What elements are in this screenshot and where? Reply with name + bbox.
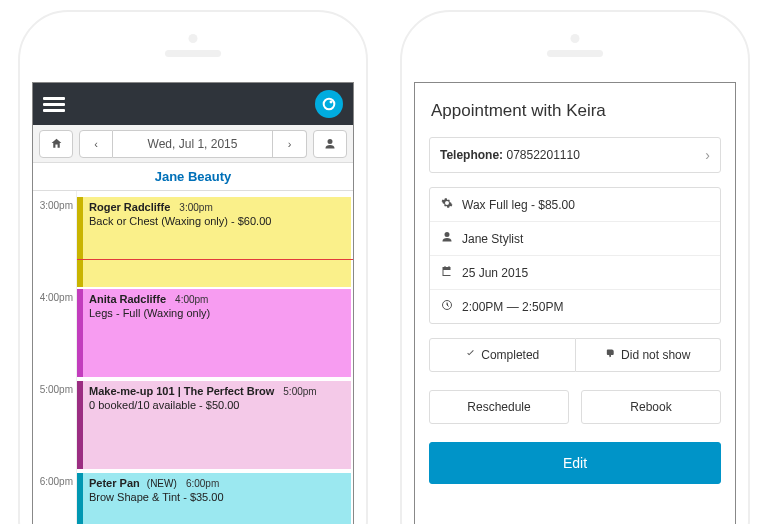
appt-time: 4:00pm [175,294,208,305]
app-topbar [33,83,353,125]
noshow-label: Did not show [621,348,690,362]
telephone-row[interactable]: Telephone: 07852201110 › [429,137,721,173]
calendar-toolbar: ‹ Wed, Jul 1, 2015 › [33,125,353,163]
time-value: 2:00PM — 2:50PM [462,300,563,314]
date-display[interactable]: Wed, Jul 1, 2015 [113,130,273,158]
gear-icon [440,197,454,212]
clock-icon [440,299,454,314]
home-icon [50,137,63,150]
appointment-slot[interactable]: Peter Pan (NEW) 6:00pm Brow Shape & Tint… [77,473,351,524]
phone-right: Appointment with Keira Telephone: 078522… [400,10,750,524]
appt-desc: Brow Shape & Tint - $35.00 [89,491,345,503]
service-value: Wax Full leg - $85.00 [462,198,575,212]
camera-dot [571,34,580,43]
appointment-track: Roger Radcliffe 3:00pm Back or Chest (Wa… [77,191,353,524]
status-button-row: Completed Did not show [429,338,721,372]
date-row: 25 Jun 2015 [430,256,720,290]
prev-day-button[interactable]: ‹ [79,130,113,158]
appointment-detail-screen: Appointment with Keira Telephone: 078522… [414,82,736,524]
time-row: 2:00PM — 2:50PM [430,290,720,323]
appt-time: 3:00pm [179,202,212,213]
next-day-button[interactable]: › [273,130,307,158]
logo-badge-icon[interactable] [315,90,343,118]
menu-icon[interactable] [43,94,65,115]
appt-name: Peter Pan [89,477,140,489]
appt-name: Make-me-up 101 | The Perfect Brow [89,385,274,397]
staff-picker-button[interactable] [313,130,347,158]
speaker-slot [547,50,603,57]
staff-column-header: Jane Beauty [33,163,353,191]
reschedule-button[interactable]: Reschedule [429,390,569,424]
appt-time: 5:00pm [283,386,316,397]
check-icon [465,348,476,362]
edit-button[interactable]: Edit [429,442,721,484]
page-title: Appointment with Keira [431,101,719,121]
user-icon [440,231,454,246]
appt-desc: 0 booked/10 available - $50.00 [89,399,345,411]
chevron-right-icon: › [288,138,292,150]
home-button[interactable] [39,130,73,158]
appointment-slot[interactable]: Make-me-up 101 | The Perfect Brow 5:00pm… [77,381,351,469]
time-label: 5:00pm [40,384,73,395]
date-value: 25 Jun 2015 [462,266,528,280]
appt-desc: Back or Chest (Waxing only) - $60.00 [89,215,345,227]
rebook-button[interactable]: Rebook [581,390,721,424]
appointment-info-list: Wax Full leg - $85.00 Jane Stylist 25 Ju… [429,187,721,324]
appt-desc: Legs - Full (Waxing only) [89,307,345,319]
appointment-slot[interactable]: Roger Radcliffe 3:00pm Back or Chest (Wa… [77,197,351,287]
current-time-line [77,259,353,260]
svg-point-1 [330,101,333,104]
camera-dot [189,34,198,43]
completed-label: Completed [481,348,539,362]
phone-left: ‹ Wed, Jul 1, 2015 › Jane Beauty 3:00pm … [18,10,368,524]
appt-time: 6:00pm [186,478,219,489]
action-button-row: Reschedule Rebook [429,390,721,424]
time-gutter: 3:00pm 4:00pm 5:00pm 6:00pm [33,191,77,524]
user-icon [324,138,336,150]
thumbs-down-icon [605,348,616,362]
time-label: 4:00pm [40,292,73,303]
chevron-right-icon: › [705,147,710,163]
stylist-row: Jane Stylist [430,222,720,256]
speaker-slot [165,50,221,57]
appt-tag: (NEW) [147,478,177,489]
telephone-label: Telephone: [440,148,503,162]
date-nav-group: ‹ Wed, Jul 1, 2015 › [79,130,307,158]
appt-name: Anita Radcliffe [89,293,166,305]
time-label: 6:00pm [40,476,73,487]
stylist-value: Jane Stylist [462,232,523,246]
completed-button[interactable]: Completed [429,338,576,372]
chevron-left-icon: ‹ [94,138,98,150]
appointment-slot[interactable]: Anita Radcliffe 4:00pm Legs - Full (Waxi… [77,289,351,377]
calendar-icon [440,265,454,280]
calendar-body[interactable]: 3:00pm 4:00pm 5:00pm 6:00pm Roger Radcli… [33,191,353,524]
time-label: 3:00pm [40,200,73,211]
telephone-value: 07852201110 [506,148,579,162]
calendar-screen: ‹ Wed, Jul 1, 2015 › Jane Beauty 3:00pm … [32,82,354,524]
appt-name: Roger Radcliffe [89,201,170,213]
noshow-button[interactable]: Did not show [576,338,722,372]
svg-point-0 [324,99,335,110]
service-row: Wax Full leg - $85.00 [430,188,720,222]
